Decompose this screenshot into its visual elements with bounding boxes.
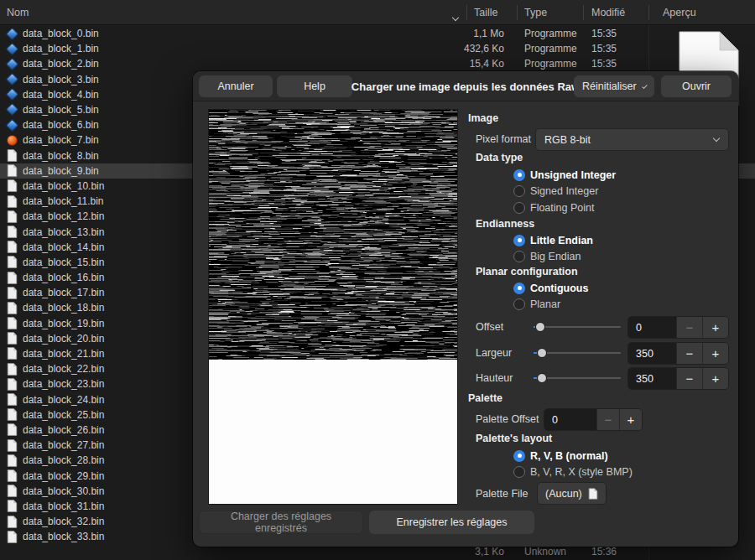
file-name: data_block_8.bin xyxy=(23,150,99,162)
file-size: 15,4 Ko xyxy=(419,58,504,70)
document-icon xyxy=(6,485,18,497)
raw-import-dialog: Annuler Help Charger une image depuis le… xyxy=(193,71,738,547)
file-name: data_block_31.bin xyxy=(23,500,104,512)
radio-planar[interactable]: Planar xyxy=(513,297,728,314)
blue-diamond-icon xyxy=(6,74,18,86)
column-header-preview[interactable]: Aperçu xyxy=(663,0,696,25)
height-increment-button[interactable] xyxy=(702,368,728,389)
reset-label: Réinitialiser xyxy=(582,80,637,92)
slider-handle[interactable] xyxy=(537,348,547,358)
file-modified: 15:36 xyxy=(591,546,617,557)
file-name: data_block_25.bin xyxy=(23,409,104,421)
file-row[interactable]: data_block_0.bin1,1 MoProgramme15:35 xyxy=(0,26,755,41)
palette-offset-row: Palette Offset 0 xyxy=(467,407,730,431)
width-slider[interactable] xyxy=(534,340,621,366)
dialog-title: Charger une image depuis les données Raw xyxy=(351,80,580,92)
column-separator[interactable] xyxy=(517,5,518,20)
reset-button[interactable]: Réinitialiser xyxy=(574,75,654,97)
cancel-button[interactable]: Annuler xyxy=(199,75,273,97)
radio-b-v-r-x-style-bmp[interactable]: B, V, R, X (style BMP) xyxy=(513,464,728,481)
sort-indicator-icon xyxy=(453,8,458,23)
offset-value[interactable]: 0 xyxy=(628,317,676,338)
file-size: 3,1 Ko xyxy=(419,546,504,557)
file-size: 1,1 Mo xyxy=(419,28,504,39)
file-name: data_block_1.bin xyxy=(23,43,99,54)
document-icon xyxy=(6,333,18,345)
radio-floating-point[interactable]: Floating Point xyxy=(513,200,728,216)
column-header-type[interactable]: Type xyxy=(524,0,547,25)
document-icon xyxy=(6,424,18,436)
endianness-radios: Little EndianBig Endian xyxy=(513,232,728,265)
offset-slider[interactable] xyxy=(534,314,621,340)
width-value[interactable]: 350 xyxy=(628,343,676,364)
file-name: data_block_26.bin xyxy=(23,424,104,436)
height-label: Hauteur xyxy=(476,372,513,385)
file-row[interactable]: data_block_1.bin432,6 KoProgramme15:35 xyxy=(0,41,755,56)
blue-diamond-icon xyxy=(6,43,18,54)
file-row[interactable]: 3,1 KoUnknown15:36 xyxy=(0,544,755,559)
list-column-headers: Nom Taille Type Modifié Aperçu xyxy=(0,0,755,25)
width-increment-button[interactable] xyxy=(702,343,728,364)
height-row: Hauteur 350 xyxy=(467,366,730,391)
open-button[interactable]: Ouvrir xyxy=(661,75,732,97)
palette-layout-label: Palette's layout xyxy=(476,433,552,445)
endianness-label: Endianness xyxy=(476,218,534,231)
blue-diamond-icon xyxy=(6,104,18,116)
file-name: data_block_4.bin xyxy=(23,89,99,101)
radio-signed-integer[interactable]: Signed Integer xyxy=(513,184,728,200)
help-button[interactable]: Help xyxy=(277,75,352,97)
radio-unsigned-integer[interactable]: Unsigned Integer xyxy=(513,167,728,184)
column-header-size[interactable]: Taille xyxy=(474,0,498,25)
palette-file-button[interactable]: (Aucun) xyxy=(537,482,607,505)
file-type: Programme xyxy=(524,58,577,70)
radio-contiguous[interactable]: Contiguous xyxy=(513,280,728,297)
offset-increment-button[interactable] xyxy=(702,317,728,338)
pixel-format-dropdown[interactable]: RGB 8-bit xyxy=(535,128,729,151)
radio-label: Planar xyxy=(530,298,560,310)
load-saved-settings-button[interactable]: Charger des réglages enregistrés xyxy=(199,511,363,534)
radio-little-endian[interactable]: Little Endian xyxy=(513,232,728,249)
document-icon xyxy=(6,531,18,542)
file-name: data_block_10.bin xyxy=(23,180,104,192)
save-settings-button[interactable]: Enregistrer les réglages xyxy=(369,511,534,534)
file-name: data_block_32.bin xyxy=(23,516,104,527)
file-type: Programme xyxy=(524,28,577,39)
file-name: data_block_3.bin xyxy=(23,74,99,86)
orange-disc-icon xyxy=(6,134,18,146)
radio-big-endian[interactable]: Big Endian xyxy=(513,249,728,266)
planar-configuration-label: Planar configuration xyxy=(476,266,578,278)
file-type: Programme xyxy=(524,43,577,54)
column-separator[interactable] xyxy=(648,5,649,20)
offset-decrement-button[interactable] xyxy=(676,317,702,338)
height-slider[interactable] xyxy=(534,366,621,391)
document-icon xyxy=(6,409,18,421)
palette-offset-increment-button[interactable] xyxy=(619,409,642,430)
slider-handle[interactable] xyxy=(537,373,547,383)
pixel-format-label: Pixel format xyxy=(476,133,531,146)
raw-preview-canvas xyxy=(209,110,457,504)
palette-file-value: (Aucun) xyxy=(545,488,582,500)
slider-handle[interactable] xyxy=(535,322,545,332)
column-separator[interactable] xyxy=(583,5,584,20)
column-separator[interactable] xyxy=(466,5,467,20)
palette-offset-value[interactable]: 0 xyxy=(544,409,596,430)
document-icon xyxy=(6,516,18,527)
document-icon xyxy=(6,394,18,406)
radio-r-v-b-normal[interactable]: R, V, B (normal) xyxy=(513,448,728,464)
height-decrement-button[interactable] xyxy=(676,368,702,389)
column-header-modified[interactable]: Modifié xyxy=(591,0,625,25)
palette-offset-spinbox: 0 xyxy=(544,408,643,431)
document-icon xyxy=(6,363,18,375)
width-decrement-button[interactable] xyxy=(676,343,702,364)
offset-label: Offset xyxy=(476,321,503,334)
pixel-format-value: RGB 8-bit xyxy=(544,134,591,146)
file-row[interactable]: data_block_2.bin15,4 KoProgramme15:35 xyxy=(0,56,755,71)
height-value[interactable]: 350 xyxy=(628,368,676,389)
palette-layout-radios: R, V, B (normal)B, V, R, X (style BMP) xyxy=(513,448,728,480)
document-icon xyxy=(6,469,18,481)
palette-file-label: Palette File xyxy=(476,487,528,500)
palette-offset-decrement-button[interactable] xyxy=(596,409,619,430)
document-icon xyxy=(6,257,18,268)
file-name: data_block_12.bin xyxy=(23,210,104,222)
column-header-name[interactable]: Nom xyxy=(7,0,29,25)
